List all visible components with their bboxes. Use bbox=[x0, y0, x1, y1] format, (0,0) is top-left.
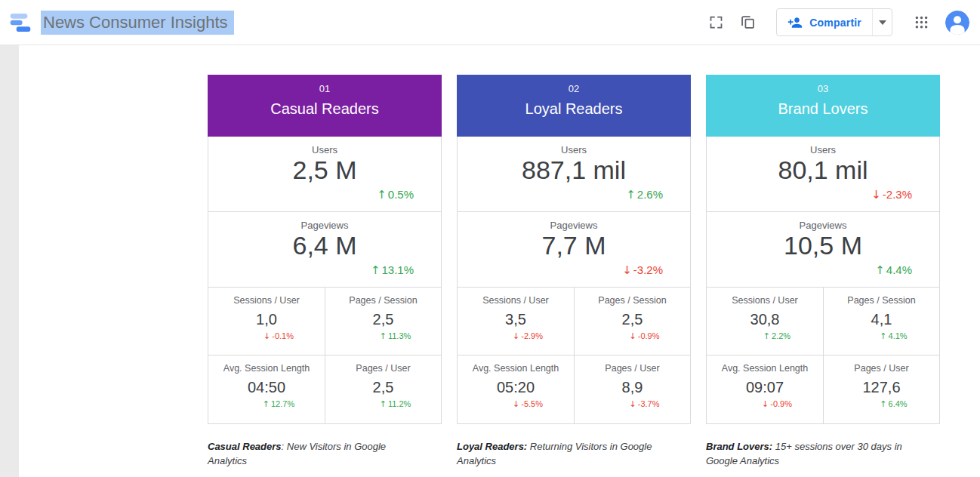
metric-label: Avg. Session Length bbox=[208, 355, 325, 374]
footnote-term: Brand Lovers: bbox=[706, 441, 772, 452]
metric-delta: 6.4% bbox=[824, 399, 939, 409]
trend-up-icon bbox=[626, 188, 636, 202]
metric-delta: 2.6% bbox=[626, 188, 663, 202]
segment-header-brand: 03 Brand Lovers bbox=[706, 75, 940, 137]
metric-label: Pages / Session bbox=[575, 288, 690, 306]
metric-label: Sessions / User bbox=[208, 288, 325, 306]
metric-value: 10,5 M bbox=[707, 232, 939, 260]
metric-delta: 4.1% bbox=[824, 331, 939, 341]
sessions-per-user-cell: Sessions / User 3,5 -2.9% bbox=[458, 288, 574, 355]
trend-up-icon bbox=[263, 399, 270, 409]
metric-label: Avg. Session Length bbox=[458, 355, 574, 374]
footnote-loyal-readers: Loyal Readers: Returning Visitors in Goo… bbox=[457, 439, 658, 468]
metric-label: Sessions / User bbox=[458, 288, 574, 306]
trend-down-icon bbox=[513, 331, 519, 341]
metric-label: Pages / User bbox=[824, 355, 939, 374]
metric-delta: -3.2% bbox=[622, 263, 663, 277]
pageviews-scorecard: Pageviews 7,7 M -3.2% bbox=[458, 212, 690, 288]
metric-value: 04:50 bbox=[208, 379, 325, 396]
segment-number: 02 bbox=[457, 75, 691, 94]
trend-up-icon bbox=[875, 263, 885, 277]
metric-label: Users bbox=[458, 137, 690, 155]
metric-label: Pages / Session bbox=[824, 288, 939, 306]
canvas-left-gutter bbox=[0, 45, 19, 477]
trend-down-icon bbox=[762, 399, 769, 409]
metric-label: Sessions / User bbox=[707, 288, 823, 306]
metric-delta: -5.5% bbox=[458, 399, 574, 409]
segment-number: 01 bbox=[208, 75, 442, 94]
share-dropdown-caret[interactable] bbox=[872, 9, 892, 35]
trend-up-icon bbox=[763, 331, 770, 341]
report-title[interactable]: News Consumer Insights bbox=[41, 11, 234, 35]
scorecard-loyal-readers: 02 Loyal Readers Users 887,1 mil 2.6% Pa… bbox=[457, 75, 691, 424]
metric-value: 2,5 bbox=[575, 311, 690, 328]
segment-name: Casual Readers bbox=[208, 100, 442, 118]
metric-value: 127,6 bbox=[824, 379, 939, 396]
scorecard-brand-lovers: 03 Brand Lovers Users 80,1 mil -2.3% Pag… bbox=[706, 75, 940, 424]
avg-session-length-cell: Avg. Session Length 04:50 12.7% bbox=[208, 355, 325, 423]
trend-up-icon bbox=[880, 331, 886, 341]
pages-per-session-cell: Pages / Session 2,5 11.3% bbox=[325, 288, 441, 355]
metric-value: 05:20 bbox=[458, 379, 574, 396]
metric-delta: 0.5% bbox=[377, 188, 414, 202]
top-app-bar: News Consumer Insights Compartir bbox=[0, 0, 980, 45]
metric-delta: -3.7% bbox=[575, 399, 690, 409]
scorecard-body: Users 887,1 mil 2.6% Pageviews 7,7 M -3.… bbox=[457, 137, 691, 424]
metric-label: Pageviews bbox=[208, 212, 441, 231]
metrics-row: Sessions / User 3,5 -2.9% Pages / Sessio… bbox=[458, 288, 690, 355]
metric-value: 3,5 bbox=[458, 311, 574, 328]
metric-delta: 13.1% bbox=[371, 263, 414, 277]
metric-value: 1,0 bbox=[208, 311, 325, 328]
metric-value: 80,1 mil bbox=[707, 156, 939, 184]
scorecard-body: Users 2,5 M 0.5% Pageviews 6,4 M 13.1% S… bbox=[208, 137, 442, 424]
metrics-row: Avg. Session Length 09:07 -0.9% Pages / … bbox=[707, 355, 939, 423]
metric-delta: -2.3% bbox=[871, 188, 912, 202]
metric-label: Pages / User bbox=[575, 355, 690, 374]
metric-value: 6,4 M bbox=[208, 232, 441, 260]
footnote-brand-lovers: Brand Lovers: 15+ sessions over 30 days … bbox=[706, 439, 926, 468]
metric-delta: 4.4% bbox=[875, 263, 912, 277]
metrics-row: Avg. Session Length 05:20 -5.5% Pages / … bbox=[458, 355, 690, 423]
metric-label: Users bbox=[707, 137, 939, 155]
copy-icon[interactable] bbox=[738, 14, 757, 32]
data-studio-logo-icon[interactable] bbox=[8, 10, 33, 35]
scorecard-body: Users 80,1 mil -2.3% Pageviews 10,5 M 4.… bbox=[706, 137, 940, 424]
trend-up-icon bbox=[380, 399, 387, 409]
metric-delta: -0.9% bbox=[575, 331, 690, 341]
trend-up-icon bbox=[380, 331, 387, 341]
segment-number: 03 bbox=[706, 75, 940, 94]
footnote-term: Casual Readers bbox=[208, 441, 282, 452]
metrics-row: Sessions / User 30,8 2.2% Pages / Sessio… bbox=[707, 288, 939, 355]
metric-value: 30,8 bbox=[707, 311, 823, 328]
metric-delta: -0.1% bbox=[208, 331, 325, 341]
pages-per-user-cell: Pages / User 127,6 6.4% bbox=[823, 355, 939, 423]
metric-label: Users bbox=[208, 137, 441, 155]
trend-up-icon bbox=[880, 399, 886, 409]
metric-value: 8,9 bbox=[575, 379, 690, 396]
footnote-casual-readers: Casual Readers: New Visitors in Google A… bbox=[208, 439, 405, 468]
user-avatar[interactable] bbox=[945, 11, 969, 35]
metric-value: 2,5 M bbox=[208, 156, 441, 184]
trend-down-icon bbox=[630, 399, 636, 409]
pages-per-session-cell: Pages / Session 2,5 -0.9% bbox=[574, 288, 690, 355]
segment-header-loyal: 02 Loyal Readers bbox=[457, 75, 691, 137]
trend-down-icon bbox=[630, 331, 636, 341]
metric-delta: 11.2% bbox=[325, 399, 441, 409]
pages-per-user-cell: Pages / User 8,9 -3.7% bbox=[574, 355, 690, 423]
fullscreen-icon[interactable] bbox=[707, 14, 725, 32]
metric-delta: 11.3% bbox=[325, 331, 441, 341]
avg-session-length-cell: Avg. Session Length 05:20 -5.5% bbox=[458, 355, 574, 423]
metric-label: Pages / User bbox=[325, 355, 441, 374]
trend-up-icon bbox=[377, 188, 387, 202]
metrics-row: Avg. Session Length 04:50 12.7% Pages / … bbox=[208, 355, 441, 423]
share-button-main[interactable]: Compartir bbox=[777, 9, 872, 35]
metric-label: Pageviews bbox=[707, 212, 939, 231]
share-button: Compartir bbox=[776, 8, 892, 36]
metric-label: Avg. Session Length bbox=[707, 355, 823, 374]
users-scorecard: Users 2,5 M 0.5% bbox=[208, 137, 441, 212]
metric-value: 2,5 bbox=[325, 311, 441, 328]
metric-value: 4,1 bbox=[824, 311, 939, 328]
share-button-label: Compartir bbox=[809, 17, 861, 29]
avg-session-length-cell: Avg. Session Length 09:07 -0.9% bbox=[707, 355, 823, 423]
apps-grid-icon[interactable] bbox=[912, 14, 930, 32]
